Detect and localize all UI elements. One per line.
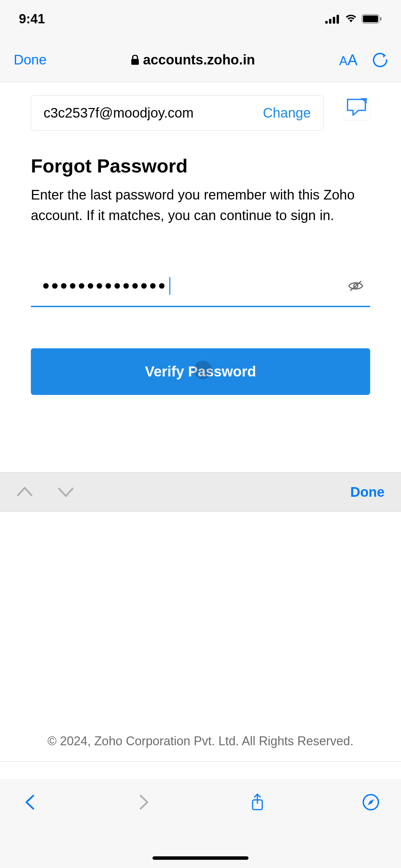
keyboard-done-button[interactable]: Done [350, 484, 385, 500]
verify-password-button[interactable]: Verify Password [31, 348, 370, 395]
compass-icon [362, 794, 379, 811]
keyboard-accessory-bar: Done [0, 472, 401, 511]
main-content: c3c2537f@moodjoy.com Change Forgot Passw… [0, 82, 401, 395]
status-time: 9:41 [19, 12, 45, 26]
wifi-icon [344, 14, 357, 24]
share-icon [249, 794, 266, 811]
password-dots [31, 277, 348, 295]
chevron-right-icon [135, 794, 152, 811]
change-email-button[interactable]: Change [263, 105, 311, 121]
svg-rect-0 [325, 21, 328, 24]
browser-back-button[interactable] [21, 793, 40, 812]
next-field-button[interactable] [58, 486, 74, 498]
url-text: accounts.zoho.in [143, 52, 255, 68]
browser-navigation-bar: Done accounts.zoho.in AA [0, 38, 401, 82]
footer-copyright: © 2024, Zoho Corporation Pvt. Ltd. All R… [0, 734, 401, 762]
email-text: c3c2537f@moodjoy.com [44, 105, 194, 121]
lock-icon [131, 55, 139, 65]
status-icons [325, 14, 382, 24]
home-indicator[interactable] [153, 856, 248, 860]
svg-rect-5 [363, 15, 378, 22]
chevron-left-icon [22, 794, 39, 811]
chat-button[interactable] [344, 95, 370, 120]
svg-rect-6 [380, 17, 381, 21]
status-bar: 9:41 [0, 0, 401, 38]
eye-slash-icon[interactable] [348, 280, 363, 291]
password-field[interactable] [31, 277, 370, 307]
prev-field-button[interactable] [16, 486, 33, 498]
email-box: c3c2537f@moodjoy.com Change [31, 95, 324, 131]
browser-forward-button[interactable] [134, 793, 153, 812]
svg-rect-7 [131, 59, 139, 65]
svg-rect-1 [329, 19, 331, 24]
reload-icon[interactable] [373, 53, 387, 67]
text-size-icon[interactable]: AA [339, 51, 357, 69]
browser-safari-button[interactable] [361, 793, 380, 812]
svg-rect-3 [337, 15, 339, 24]
browser-bottom-toolbar [0, 779, 401, 868]
cellular-signal-icon [325, 14, 340, 24]
svg-rect-2 [333, 17, 335, 24]
page-title: Forgot Password [31, 155, 370, 177]
done-button[interactable]: Done [14, 52, 47, 68]
url-area[interactable]: accounts.zoho.in [47, 52, 339, 68]
chat-icon [346, 97, 368, 117]
browser-share-button[interactable] [248, 793, 267, 812]
page-description: Enter the last password you remember wit… [31, 184, 370, 226]
battery-icon [362, 14, 382, 24]
